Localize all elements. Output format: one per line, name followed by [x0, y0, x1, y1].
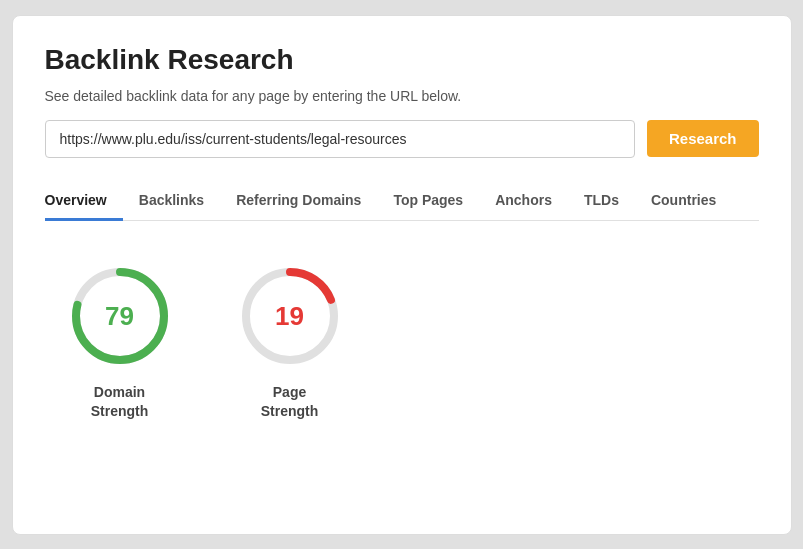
page-strength-label: PageStrength: [261, 383, 319, 422]
tab-countries[interactable]: Countries: [635, 182, 732, 221]
domain-strength-circle: 79: [65, 261, 175, 371]
page-strength-value: 19: [275, 300, 304, 331]
subtitle: See detailed backlink data for any page …: [45, 88, 759, 104]
search-row: Research: [45, 120, 759, 158]
tab-referring-domains[interactable]: Referring Domains: [220, 182, 377, 221]
main-card: Backlink Research See detailed backlink …: [12, 15, 792, 535]
page-title: Backlink Research: [45, 44, 759, 76]
page-strength-metric: 19 PageStrength: [235, 261, 345, 422]
url-input[interactable]: [45, 120, 635, 158]
tab-backlinks[interactable]: Backlinks: [123, 182, 220, 221]
tab-top-pages[interactable]: Top Pages: [377, 182, 479, 221]
metrics-row: 79 DomainStrength 19 PageStrength: [45, 261, 759, 422]
research-button[interactable]: Research: [647, 120, 759, 157]
tabs-nav: Overview Backlinks Referring Domains Top…: [45, 182, 759, 221]
domain-strength-value: 79: [105, 300, 134, 331]
domain-strength-metric: 79 DomainStrength: [65, 261, 175, 422]
tab-tlds[interactable]: TLDs: [568, 182, 635, 221]
page-strength-circle: 19: [235, 261, 345, 371]
tab-overview[interactable]: Overview: [45, 182, 123, 221]
tab-anchors[interactable]: Anchors: [479, 182, 568, 221]
domain-strength-label: DomainStrength: [91, 383, 149, 422]
